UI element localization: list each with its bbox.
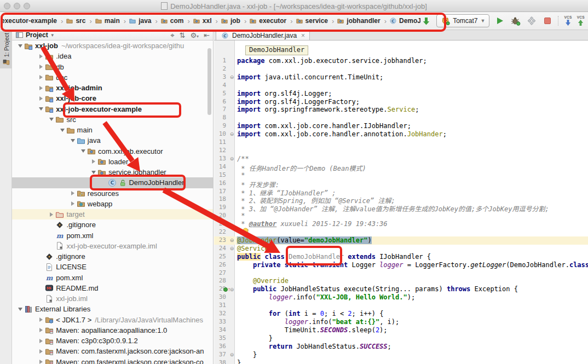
fold-marker-icon[interactable]: ⊖: [229, 238, 235, 243]
debug-button[interactable]: [510, 15, 521, 26]
tree-expand-arrow[interactable]: [37, 86, 45, 90]
line-number-5[interactable]: 5: [214, 90, 235, 98]
run-button[interactable]: [494, 15, 505, 26]
line-number-12[interactable]: 12: [214, 147, 235, 155]
tree-item-xxl-job-executor-example[interactable]: xxl-job-executor-example: [12, 104, 213, 114]
editor-body[interactable]: 1234567891011121314151617181920212223242…: [214, 41, 588, 364]
breadcrumb-item-executor-example[interactable]: executor-example›: [1, 17, 65, 25]
line-number-8[interactable]: 8: [214, 114, 235, 122]
tree-item-xxl-job-core[interactable]: xxl-job-core: [12, 93, 213, 103]
breadcrumb-item-xxl[interactable]: xxl›: [192, 16, 220, 25]
tree-collapse-arrow[interactable]: [90, 171, 97, 174]
close-tab-icon[interactable]: ×: [301, 32, 305, 39]
hide-panel-icon[interactable]: ⇤: [204, 32, 210, 39]
breadcrumb-item-com[interactable]: com›: [160, 16, 192, 25]
breadcrumb-item-job[interactable]: job›: [220, 16, 249, 25]
tree-expand-arrow[interactable]: [37, 349, 45, 354]
line-number-20[interactable]: 20: [214, 212, 235, 220]
tree-expand-arrow[interactable]: [37, 360, 45, 364]
code-area[interactable]: package com.xxl.job.executor.service.job…: [235, 57, 588, 364]
tree-item-src[interactable]: src: [12, 114, 213, 125]
breadcrumb-item-demojobhandler[interactable]: CDemoJobHandler: [389, 16, 420, 25]
line-number-7[interactable]: 7: [214, 106, 235, 114]
tree-item--gitignore[interactable]: .gitignore: [12, 251, 213, 262]
tree-item-loader[interactable]: loader: [12, 157, 213, 167]
line-number-34[interactable]: 34: [214, 326, 235, 334]
line-number-6[interactable]: 6: [214, 98, 235, 106]
line-number-22[interactable]: 22: [214, 228, 235, 236]
line-number-18[interactable]: 18: [214, 195, 235, 204]
scroll-from-source-icon[interactable]: ⇅: [180, 32, 186, 39]
line-number-2[interactable]: 2: [214, 65, 235, 73]
line-number-16[interactable]: 16: [214, 180, 235, 188]
tree-collapse-arrow[interactable]: [79, 149, 87, 153]
tree-item-maven-c3p0-c3p0-0-9-1-2[interactable]: Maven: c3p0:c3p0:0.9.1.2: [12, 336, 213, 346]
breadcrumb-item-executor[interactable]: executor›: [249, 16, 295, 25]
tree-item-pom-xml[interactable]: mpom.xml: [12, 273, 213, 283]
line-number-31[interactable]: 31: [214, 302, 235, 310]
tree-expand-arrow[interactable]: [37, 54, 45, 59]
breadcrumb-item-service[interactable]: service›: [295, 16, 337, 25]
line-number-15[interactable]: 15: [214, 171, 235, 180]
line-number-26[interactable]: 26: [214, 261, 235, 269]
tree-expand-arrow[interactable]: [37, 317, 45, 322]
line-number-35[interactable]: 35: [214, 334, 235, 343]
tree-item-target[interactable]: target: [12, 209, 213, 219]
tree-item-xxl-job-executor-example-iml[interactable]: xxl-job-executor-example.iml: [12, 241, 213, 251]
line-number-19[interactable]: 19: [214, 204, 235, 212]
breadcrumb-item-src[interactable]: src›: [65, 16, 94, 25]
tree-item-main[interactable]: main: [12, 125, 213, 135]
breadcrumb-item-jobhandler[interactable]: jobhandler›: [336, 16, 389, 25]
tree-item-external-libraries[interactable]: External Libraries: [12, 304, 213, 314]
tree-expand-arrow[interactable]: [69, 191, 77, 195]
tree-item-xxl-job[interactable]: xxl-job~/workspaces/idea-git-workspace/g…: [12, 41, 213, 51]
tree-item-doc[interactable]: doc: [12, 72, 213, 83]
locate-file-icon[interactable]: ⌖: [170, 32, 174, 39]
tree-expand-arrow[interactable]: [37, 96, 45, 101]
tree-item--jdk1-7-[interactable]: < JDK1.7 >/Library/Java/JavaVirtualMachi…: [12, 315, 213, 325]
line-number-25[interactable]: 25: [214, 253, 235, 261]
breadcrumb-item-java[interactable]: java›: [128, 16, 160, 25]
line-number-38[interactable]: 38: [214, 359, 235, 364]
line-number-33[interactable]: 33: [214, 318, 235, 326]
coverage-button[interactable]: [526, 15, 537, 26]
tree-item-demojobhandler[interactable]: CDemoJobHandler: [12, 177, 213, 188]
line-number-36[interactable]: 36: [214, 343, 235, 351]
line-number-11[interactable]: 11: [214, 138, 235, 147]
tree-item-maven-com-fasterxml-jackson-core-jackson-co[interactable]: Maven: com.fasterxml.jackson.core:jackso…: [12, 357, 213, 364]
line-number-30[interactable]: 30: [214, 293, 235, 302]
update-project-icon[interactable]: [420, 15, 431, 26]
line-number-21[interactable]: 21: [214, 220, 235, 228]
line-number-28[interactable]: 28: [214, 277, 235, 285]
vcs-update-button[interactable]: VCS: [564, 16, 572, 26]
tree-expand-arrow[interactable]: [37, 328, 45, 332]
tree-item--idea[interactable]: .idea: [12, 51, 213, 61]
tree-collapse-arrow[interactable]: [16, 44, 24, 48]
fold-marker-icon[interactable]: ⊖: [229, 75, 235, 80]
tree-collapse-arrow[interactable]: [59, 129, 66, 132]
fold-marker-icon[interactable]: ⊖: [229, 132, 235, 137]
fold-marker-icon[interactable]: ⊖: [229, 246, 235, 251]
tree-item-xxl-job-admin[interactable]: xxl-job-admin: [12, 83, 213, 93]
fold-marker-icon[interactable]: ⊖: [229, 157, 235, 161]
tree-item-readme-md[interactable]: MREADME.md: [12, 283, 213, 293]
project-tree-scrollbar[interactable]: [207, 48, 211, 115]
line-number-14[interactable]: 14: [214, 163, 235, 171]
tree-expand-arrow[interactable]: [48, 212, 55, 217]
tree-item-com-xxl-job-executor[interactable]: com.xxl.job.executor: [12, 146, 213, 157]
line-number-4[interactable]: 4: [214, 82, 235, 90]
tree-collapse-arrow[interactable]: [69, 139, 77, 142]
tree-expand-arrow[interactable]: [37, 75, 45, 79]
tree-item-license[interactable]: LICENSE: [12, 262, 213, 272]
tree-item-maven-aopalliance-aopalliance-1-0[interactable]: Maven: aopalliance:aopalliance:1.0: [12, 325, 213, 336]
line-number-1[interactable]: 1: [214, 57, 235, 65]
intention-bulb-icon[interactable]: [242, 228, 249, 236]
fold-marker-icon[interactable]: ⊖: [229, 353, 235, 357]
run-config-selector[interactable]: Tomcat7 ▼: [436, 14, 489, 27]
tree-item-xxl-job-iml[interactable]: xxl-job.iml: [12, 293, 213, 304]
tree-expand-arrow[interactable]: [37, 339, 45, 343]
tree-item-pom-xml[interactable]: mpom.xml: [12, 230, 213, 241]
tree-item-db[interactable]: db: [12, 62, 213, 72]
tree-item-webapp[interactable]: webapp: [12, 199, 213, 209]
tree-item-service-jobhandler[interactable]: service.jobhandler: [12, 167, 213, 177]
